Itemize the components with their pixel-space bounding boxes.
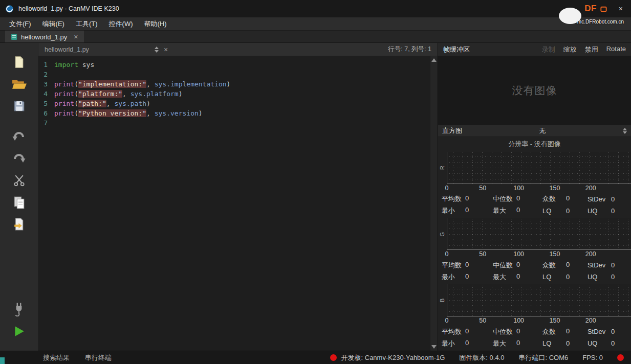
open-folder-icon [11, 78, 27, 90]
stat: 平均数0 [442, 327, 493, 336]
file-tab[interactable]: helloworld_1.py × [5, 31, 84, 42]
status-tab-serial-terminal[interactable]: 串行终端 [85, 353, 112, 362]
histogram-mode-select[interactable]: 无 [462, 126, 623, 135]
code-token: print [54, 109, 74, 117]
main-content: helloworld_1.py × 行号: 7, 列号: 1 1import s… [0, 43, 631, 351]
x-tick-label: 50 [479, 251, 486, 258]
channel-axis-label: G [426, 230, 459, 239]
x-tick-label: 150 [549, 185, 560, 192]
stat-label: UQ [588, 273, 611, 281]
editor-close-icon[interactable]: × [164, 46, 168, 54]
menu-item[interactable]: 控件(W) [104, 18, 138, 30]
editor-body: 1import sys23print("implementation:", sy… [38, 56, 438, 351]
framebuffer-button[interactable]: 录制 [542, 45, 555, 54]
scroll-up-icon[interactable] [431, 58, 437, 62]
stat-value: 0 [516, 272, 520, 282]
stat-value: 0 [516, 206, 520, 215]
redo-button[interactable] [9, 149, 29, 167]
channel-stats-row: 最小0最大0LQ0UQ0 [438, 271, 631, 283]
code-token: print [54, 90, 74, 98]
line-number: 4 [42, 89, 48, 99]
stat: StDev0 [588, 195, 631, 203]
spinner-icon[interactable] [623, 128, 627, 134]
code-token: print [54, 80, 74, 88]
stat-label: 最小 [442, 339, 465, 348]
close-button[interactable]: × [619, 5, 623, 12]
run-script-button[interactable] [9, 323, 29, 340]
x-tick-label: 200 [585, 317, 596, 324]
stat-label: 最大 [493, 339, 516, 348]
new-file-button[interactable] [9, 53, 29, 71]
redo-icon [12, 152, 26, 164]
framebuffer-button[interactable]: Rotate [606, 45, 626, 54]
stat-label: 平均数 [442, 327, 465, 336]
undo-icon [12, 130, 26, 142]
document-dropdown-icon[interactable] [155, 47, 159, 53]
paste-button[interactable] [9, 193, 29, 211]
code-token: , [146, 80, 155, 88]
code-token: sys.implementation [155, 80, 227, 88]
code-token: sys.path [114, 100, 146, 107]
firmware-info: 固件版本: 0.4.0 [459, 353, 504, 362]
plug-icon [12, 302, 26, 316]
code-token: "path:" [78, 100, 106, 107]
stat: UQ0 [588, 273, 631, 281]
code-token: "implementation:" [78, 80, 146, 88]
stat-value: 0 [611, 195, 615, 203]
board-status-group: 开发板: Canmv-K230-Yahboom-1G [330, 353, 445, 362]
stat-value: 0 [611, 339, 615, 347]
framebuffer-button[interactable]: 缩放 [563, 45, 577, 54]
line-number: 7 [42, 118, 48, 128]
framebuffer-button[interactable]: 禁用 [585, 45, 598, 54]
stat: 众数0 [542, 261, 588, 270]
framebuffer-title: 帧缓冲区 [443, 45, 470, 54]
stat: 最小0 [442, 272, 493, 282]
menu-item[interactable]: 文件(F) [4, 18, 36, 30]
board-info: 开发板: Canmv-K230-Yahboom-1G [341, 353, 445, 362]
connect-button[interactable] [9, 301, 29, 318]
code-line: 5print("path:", sys.path) [42, 99, 427, 108]
channel-stats-row: 最小0最大0LQ0UQ0 [438, 205, 631, 217]
stat: 平均数0 [442, 194, 493, 203]
code-line: 3print("implementation:", sys.implementa… [42, 79, 427, 89]
code-token: ( [74, 109, 78, 117]
stat-value: 0 [611, 273, 615, 281]
python-file-icon [11, 33, 17, 40]
stat-value: 0 [465, 339, 469, 348]
save-as-button[interactable] [9, 215, 29, 233]
status-tab-search-results[interactable]: 搜索结果 [43, 353, 70, 362]
fps-info: FPS: 0 [582, 354, 603, 361]
stat-value: 0 [566, 261, 570, 270]
save-file-button[interactable] [9, 97, 29, 115]
stat: 最大0 [493, 206, 542, 215]
menu-item[interactable]: 帮助(H) [139, 18, 172, 30]
code-area[interactable]: 1import sys23print("implementation:", sy… [42, 60, 427, 128]
open-file-button[interactable] [9, 75, 29, 93]
scroll-down-icon[interactable] [431, 345, 437, 349]
board-status-dot [330, 354, 337, 361]
channel-stats-row: 平均数0中位数0众数0StDev0 [438, 193, 631, 205]
cut-button[interactable] [9, 171, 29, 189]
code-line: 7 [42, 118, 427, 128]
stat-value: 0 [611, 207, 615, 215]
menu-item[interactable]: 编辑(E) [37, 18, 70, 30]
app-icon [5, 5, 14, 13]
x-axis-ticks: 050100150200 [447, 250, 631, 259]
line-number: 2 [42, 70, 48, 79]
stat: StDev0 [588, 261, 631, 269]
plot-row: G [438, 218, 631, 251]
histogram-plot [447, 218, 631, 251]
x-tick-label: 150 [549, 317, 560, 324]
stat: UQ0 [588, 339, 631, 347]
window-controls: — DF × [566, 0, 631, 17]
titlebar: helloworld_1.py - CanMV IDE K230 — DF × … [0, 0, 631, 17]
editor-scrollbar[interactable] [430, 56, 438, 351]
menu-item[interactable]: 工具(T) [71, 18, 103, 30]
stat: 最大0 [493, 339, 542, 348]
stat-label: 最大 [493, 272, 516, 282]
code-token: sys [78, 61, 94, 69]
stat-value: 0 [566, 339, 570, 347]
tab-close-icon[interactable]: × [74, 33, 78, 41]
corner-accent [0, 357, 5, 364]
undo-button[interactable] [9, 127, 29, 145]
